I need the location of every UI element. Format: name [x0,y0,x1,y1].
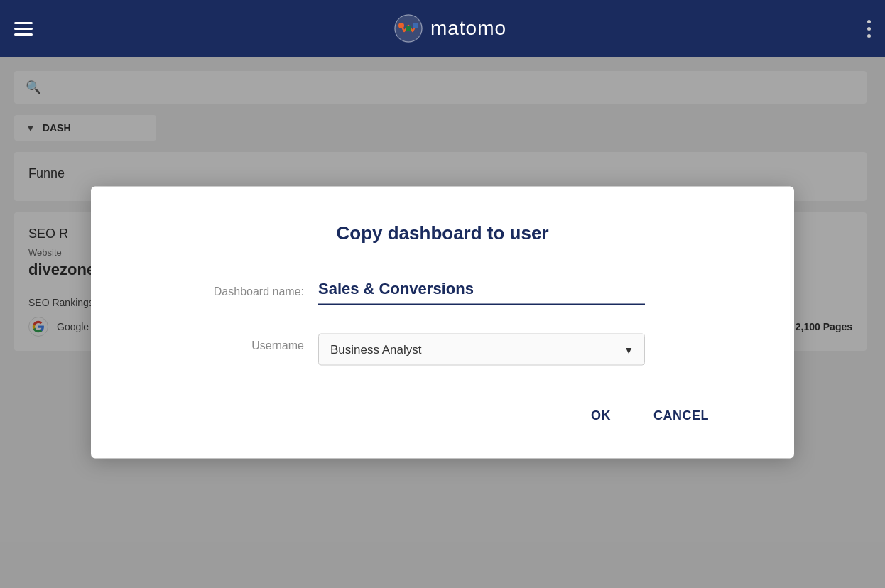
svg-point-3 [406,26,411,31]
brand-name: matomo [430,17,506,40]
more-options-button[interactable] [867,20,871,38]
ok-button[interactable]: OK [577,401,625,430]
cancel-button[interactable]: CANCEL [639,401,723,430]
modal-title: Copy dashboard to user [134,222,751,244]
username-label: Username [162,334,304,352]
modal-form: Dashboard name: Sales & Conversions User… [134,280,751,366]
dashboard-name-label: Dashboard name: [162,280,304,298]
hamburger-menu[interactable] [14,22,33,36]
copy-dashboard-modal: Copy dashboard to user Dashboard name: S… [91,187,794,459]
logo: matomo [393,13,506,43]
dashboard-name-field: Sales & Conversions [318,280,645,305]
dashboard-name-value: Sales & Conversions [318,280,645,305]
modal-actions: OK CANCEL [134,401,751,430]
username-select-wrapper[interactable]: Business Analyst Admin Marketing Manager… [318,334,645,366]
username-row: Username Business Analyst Admin Marketin… [162,334,723,366]
matomo-logo-icon [393,13,423,43]
svg-point-2 [398,23,404,28]
dashboard-name-row: Dashboard name: Sales & Conversions [162,280,723,305]
svg-point-4 [413,23,418,28]
navbar: matomo [0,0,885,57]
username-field-container: Business Analyst Admin Marketing Manager… [318,334,645,366]
content-area: 🔍 ▼ DASH Funne SEO R Website divezone SE… [0,57,885,588]
username-select[interactable]: Business Analyst Admin Marketing Manager… [318,334,645,366]
